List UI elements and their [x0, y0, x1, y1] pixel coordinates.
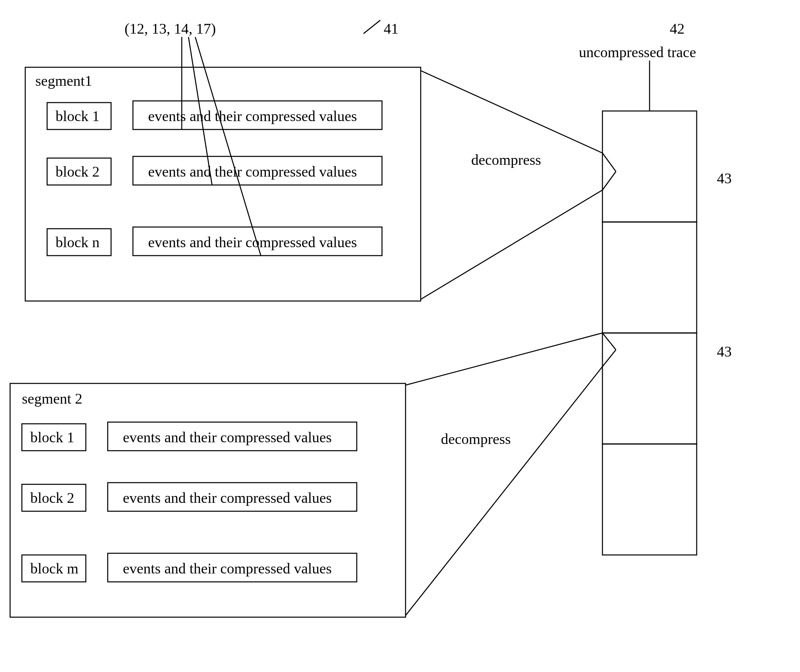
funnel1-top — [421, 70, 603, 153]
funnel1-arrow-top — [603, 153, 616, 171]
segment1-eventsn-label: events and their compressed values — [148, 234, 357, 251]
decompress1-label: decompress — [471, 152, 541, 168]
funnel1-arrow-bot — [603, 171, 616, 190]
segment1-title: segment1 — [35, 73, 92, 89]
header-tuple: (12, 13, 14, 17) — [125, 21, 216, 37]
trace-row-2 — [603, 222, 697, 333]
callout-43-2: 43 — [717, 343, 732, 360]
callout-43-1: 43 — [717, 170, 732, 187]
segment1-block2-label: block 2 — [56, 163, 99, 180]
segment2-block2-label: block 2 — [30, 490, 74, 506]
funnel2-arrow-top — [603, 333, 616, 350]
segment2-block1-label: block 1 — [30, 429, 74, 446]
segment1-block1-label: block 1 — [56, 108, 99, 125]
segment1-blockn-label: block n — [56, 234, 99, 251]
segment2-title: segment 2 — [22, 390, 82, 407]
leader-41 — [364, 20, 380, 34]
decompress2-label: decompress — [441, 431, 511, 447]
callout-42: 42 — [670, 21, 685, 37]
callout-41: 41 — [384, 21, 399, 37]
diagram-canvas: (12, 13, 14, 17) 41 42 uncompressed trac… — [0, 0, 800, 672]
trace-row-3 — [603, 333, 697, 444]
segment1-events2-label: events and their compressed values — [148, 163, 357, 180]
segment2-eventsm-label: events and their compressed values — [123, 560, 332, 577]
segment1-events1-label: events and their compressed values — [148, 108, 357, 125]
segment2-blockm-label: block m — [30, 560, 79, 577]
funnel2-bot — [406, 366, 603, 616]
segment2-events2-label: events and their compressed values — [123, 490, 332, 506]
segment2-events1-label: events and their compressed values — [123, 429, 332, 446]
uncompressed-trace-label: uncompressed trace — [579, 44, 696, 61]
trace-row-4 — [603, 444, 697, 555]
funnel2-arrow-bot — [603, 350, 616, 366]
funnel1-bot — [421, 190, 603, 299]
tuple-line-3 — [195, 37, 261, 256]
funnel2-top — [406, 333, 603, 385]
trace-row-1 — [603, 111, 697, 222]
